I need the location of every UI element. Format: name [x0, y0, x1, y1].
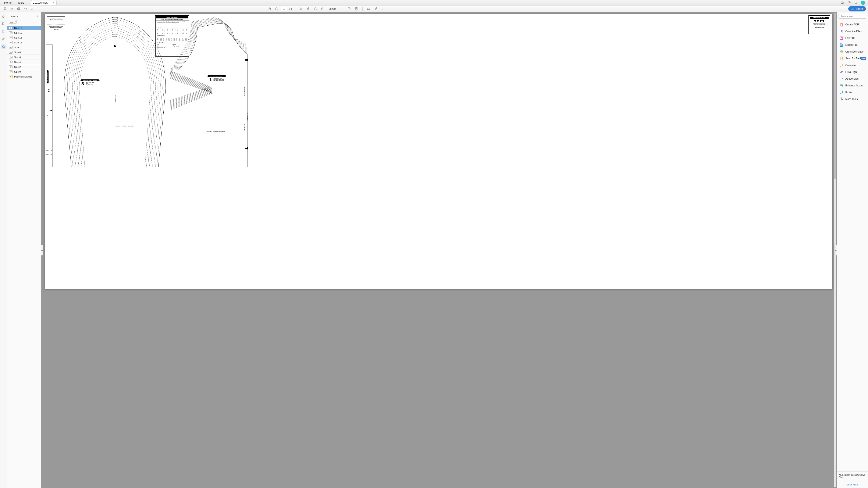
email-button[interactable]	[23, 6, 28, 12]
share-follow: FOLLOW US @GRAINLINESTUDIO	[809, 24, 829, 25]
layers-options-button[interactable]	[9, 20, 17, 24]
layer-row-size-8[interactable]: Size 8	[7, 50, 41, 55]
rail-lock-icon[interactable]	[1, 14, 6, 19]
lock-icon[interactable]	[9, 75, 12, 78]
search-tools-input[interactable]	[839, 14, 866, 19]
tool-protect[interactable]: Protect	[837, 89, 868, 96]
menu-home[interactable]: Home	[1, 0, 14, 5]
zoom-level-select[interactable]: 39.6%	[327, 7, 340, 10]
save-button[interactable]	[2, 6, 8, 12]
share-button[interactable]: Share	[848, 6, 866, 11]
menu-tools[interactable]: Tools	[14, 0, 27, 5]
cloud-button[interactable]	[9, 6, 15, 12]
tool-edit-pdf[interactable]: Edit PDF	[837, 35, 868, 41]
layer-row-pattern-markings[interactable]: Pattern Markings	[7, 74, 41, 79]
learn-more-link[interactable]: Learn More	[839, 484, 866, 486]
layers-close-button[interactable]: ×	[36, 14, 38, 18]
tool-more-tools[interactable]: More Tools	[837, 96, 868, 102]
tool-enhance-scans[interactable]: Enhance Scans	[837, 82, 868, 89]
visibility-icon[interactable]	[9, 70, 12, 73]
visibility-icon[interactable]	[9, 65, 12, 68]
rail-thumbnails-icon[interactable]	[1, 22, 6, 26]
document-tab[interactable]: 11010Uniform_Co... ×	[31, 0, 57, 5]
find-button[interactable]	[29, 6, 35, 12]
bodice-center-front-text: CENTER FRONT	[247, 112, 248, 121]
svg-point-8	[275, 8, 278, 10]
layer-row-size-0[interactable]: Size 0	[7, 69, 41, 74]
visibility-icon[interactable]	[9, 61, 12, 63]
fit-width-button[interactable]	[346, 6, 352, 12]
page-down-button[interactable]	[274, 6, 280, 12]
rail-attachments-icon[interactable]	[1, 37, 6, 41]
hand-tool[interactable]	[305, 6, 311, 12]
bell-icon[interactable]	[854, 1, 858, 5]
bodice-lengthen-text: LENGTHEN OR SHORTEN HERE	[206, 131, 225, 132]
highlight-tool[interactable]	[373, 6, 379, 12]
zoom-out-button[interactable]	[313, 6, 318, 12]
tool-organize-pages[interactable]: Organize Pages	[837, 48, 868, 55]
svg-rect-26	[10, 76, 11, 77]
visibility-icon[interactable]	[9, 36, 12, 39]
tool-export-pdf[interactable]: Export PDF	[837, 41, 868, 48]
page-up-button[interactable]	[267, 6, 272, 12]
layer-row-size-10[interactable]: Size 10	[7, 45, 41, 50]
scrollbar-thumb[interactable]	[834, 13, 836, 179]
visibility-icon[interactable]	[9, 46, 12, 49]
collapse-left-handle[interactable]: ◀	[41, 245, 43, 255]
layer-row-size-2[interactable]: Size 2	[7, 64, 41, 69]
tool-create-pdf[interactable]: Create PDF	[837, 21, 868, 28]
tool-fill-sign[interactable]: Fill & Sign	[837, 69, 868, 75]
visibility-icon[interactable]	[9, 27, 12, 29]
zoom-in-button[interactable]	[320, 6, 326, 12]
arrow-tool[interactable]	[298, 6, 304, 12]
print-button[interactable]	[16, 6, 22, 12]
layer-row-size-14[interactable]: Size 14	[7, 35, 41, 40]
tool-comment[interactable]: Comment	[837, 62, 868, 69]
layer-label: Size 0	[14, 70, 21, 73]
tab-close-icon[interactable]: ×	[53, 1, 55, 4]
svg-point-21	[10, 52, 11, 53]
page-number-input[interactable]	[281, 7, 287, 11]
svg-point-89	[209, 91, 209, 92]
share-url: GRAINLINESTUDIO.COM	[809, 27, 829, 28]
collapse-right-handle[interactable]: ▶	[835, 245, 837, 255]
sleeve-grainline-text: GRAINLINE	[115, 95, 116, 102]
scroll-mode-button[interactable]	[353, 6, 360, 12]
layer-row-size-6[interactable]: Size 6	[7, 55, 41, 60]
tool-adobe-sign[interactable]: Adobe Sign	[837, 75, 868, 82]
sign-tool[interactable]	[380, 6, 386, 12]
svg-line-108	[47, 111, 51, 116]
pdf-icon	[839, 23, 843, 27]
visibility-icon[interactable]	[9, 56, 12, 59]
rail-layers-icon[interactable]	[1, 44, 6, 49]
svg-point-20	[10, 47, 11, 48]
rail-bookmark-icon[interactable]	[1, 29, 6, 34]
tool-combine-files[interactable]: Combine Files	[837, 28, 868, 35]
svg-rect-118	[842, 50, 843, 52]
avatar[interactable]	[861, 1, 865, 5]
visibility-icon[interactable]	[9, 41, 12, 44]
help-icon[interactable]	[847, 1, 851, 5]
pdf-page: WHEN PRINTED CORRECTLY THIS SQUARE SHOUL…	[45, 13, 832, 289]
chat-icon[interactable]	[840, 1, 844, 5]
piece-1-number: 1	[209, 77, 212, 82]
svg-rect-107	[46, 44, 52, 167]
layer-row-size-4[interactable]: Size 4	[7, 60, 41, 64]
edit-icon	[839, 36, 843, 40]
svg-line-66	[170, 77, 212, 93]
tool-label: More Tools	[845, 98, 858, 101]
visibility-icon[interactable]	[9, 31, 12, 34]
tool-send-for-review[interactable]: Send for ReviewNEW	[837, 55, 868, 62]
layer-row-size-12[interactable]: Size 12	[7, 40, 41, 45]
layer-row-size-18[interactable]: Size 18	[7, 25, 41, 30]
piece-8-label: GRAINLINE STUDIO 8 11010 Uniform Tunic S…	[82, 79, 98, 86]
combine-icon	[839, 29, 843, 33]
visibility-icon[interactable]	[9, 51, 12, 54]
comment-tool[interactable]	[366, 6, 371, 12]
svg-rect-12	[355, 7, 357, 8]
piece-13-label: GRAINLINE STUDIO	[47, 71, 49, 83]
svg-line-74	[170, 71, 212, 88]
svg-point-85	[212, 93, 213, 93]
layers-title: Layers	[9, 14, 18, 18]
layer-row-size-16[interactable]: Size 16	[7, 30, 41, 35]
